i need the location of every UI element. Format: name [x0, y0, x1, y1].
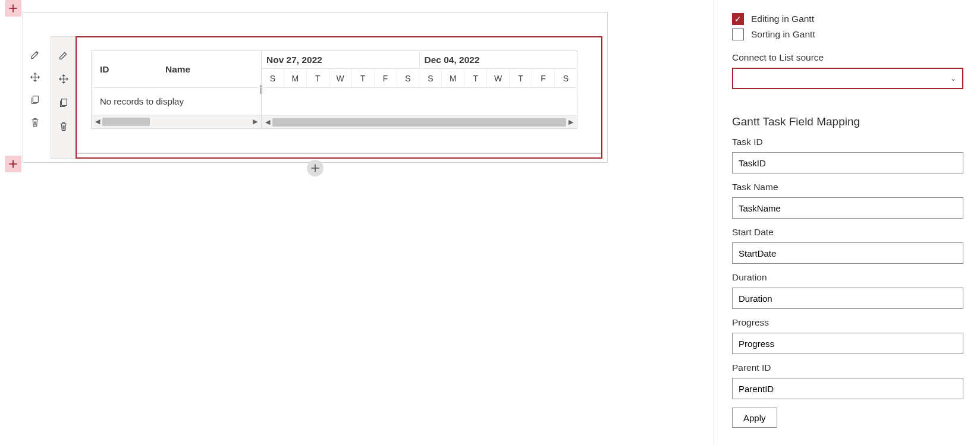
- add-webpart-top-button[interactable]: [5, 0, 21, 17]
- week-header: Dec 04, 2022: [420, 51, 577, 68]
- task-id-input[interactable]: [732, 152, 963, 173]
- progress-label: Progress: [732, 317, 963, 328]
- section-toolbar: [28, 48, 42, 129]
- delete-webpart-icon[interactable]: [57, 120, 70, 133]
- apply-button[interactable]: Apply: [732, 408, 777, 428]
- scroll-thumb[interactable]: [272, 118, 566, 127]
- move-section-icon[interactable]: [29, 71, 42, 84]
- progress-input[interactable]: [732, 333, 963, 354]
- duplicate-webpart-icon[interactable]: [57, 96, 70, 109]
- parent-id-label: Parent ID: [732, 362, 963, 373]
- gantt-timeline-pane: Nov 27, 2022 Dec 04, 2022 S M T W T F S: [262, 51, 577, 128]
- scroll-right-icon[interactable]: ▶: [568, 118, 573, 126]
- connect-source-dropdown[interactable]: ⌄: [732, 68, 963, 89]
- day-cell: W: [487, 69, 510, 87]
- day-cell: T: [510, 69, 532, 87]
- scroll-left-icon[interactable]: ◀: [95, 118, 100, 125]
- webpart-toolbar: [51, 36, 76, 159]
- task-name-label: Task Name: [732, 182, 963, 192]
- day-cell: F: [532, 69, 555, 87]
- svg-rect-1: [61, 99, 67, 106]
- day-cell: S: [262, 69, 284, 87]
- scroll-thumb[interactable]: [102, 118, 150, 126]
- gantt-timeline-days: S M T W T F S S M T W T: [262, 69, 577, 88]
- day-cell: F: [375, 69, 397, 87]
- scroll-right-icon[interactable]: ▶: [253, 118, 257, 125]
- day-cell: W: [329, 69, 352, 87]
- property-pane: Editing in Gantt Sorting in Gantt Connec…: [714, 0, 980, 445]
- start-date-label: Start Date: [732, 227, 963, 238]
- sorting-in-gantt-checkbox[interactable]: [732, 29, 744, 40]
- edit-section-icon[interactable]: [29, 48, 42, 61]
- scroll-left-icon[interactable]: ◀: [265, 118, 270, 126]
- delete-section-icon[interactable]: [29, 116, 42, 129]
- gantt-grid-pane: ID Name No records to display ◀ ▶: [92, 51, 262, 128]
- section-divider-line: [77, 153, 601, 154]
- day-cell: S: [419, 69, 442, 87]
- sorting-in-gantt-label: Sorting in Gantt: [751, 29, 815, 40]
- sorting-in-gantt-checkbox-row: Sorting in Gantt: [732, 29, 963, 40]
- move-webpart-icon[interactable]: [57, 72, 70, 86]
- add-section-button[interactable]: [307, 160, 323, 176]
- gantt-grid-header: ID Name: [92, 51, 261, 88]
- day-cell: T: [307, 69, 329, 87]
- gantt-timeline-body: [262, 88, 577, 115]
- webpart-wrapper: || ID Name No records to display ◀: [51, 36, 602, 159]
- day-cell: M: [284, 69, 307, 87]
- add-webpart-bottom-button[interactable]: [5, 156, 21, 172]
- start-date-input[interactable]: [732, 242, 963, 264]
- day-cell: M: [442, 69, 464, 87]
- day-cell: S: [555, 69, 577, 87]
- svg-rect-0: [33, 96, 38, 103]
- gantt-empty-message: No records to display: [92, 88, 261, 115]
- column-header-name[interactable]: Name: [151, 64, 261, 75]
- task-id-label: Task ID: [732, 137, 963, 147]
- day-cell: S: [397, 69, 420, 87]
- edit-webpart-icon[interactable]: [57, 49, 70, 62]
- gantt-timeline-scrollbar[interactable]: ◀ ▶: [262, 115, 577, 128]
- chevron-down-icon: ⌄: [950, 74, 956, 83]
- week-header: Nov 27, 2022: [262, 51, 420, 68]
- duration-input[interactable]: [732, 288, 963, 309]
- editing-in-gantt-label: Editing in Gantt: [751, 14, 814, 24]
- field-mapping-heading: Gantt Task Field Mapping: [732, 115, 963, 128]
- day-cell: T: [352, 69, 375, 87]
- task-name-input[interactable]: [732, 197, 963, 219]
- column-header-id[interactable]: ID: [92, 64, 151, 75]
- gantt-timeline-weeks: Nov 27, 2022 Dec 04, 2022: [262, 51, 577, 69]
- webpart-canvas-frame: || ID Name No records to display ◀: [23, 12, 608, 163]
- editing-in-gantt-checkbox-row: Editing in Gantt: [732, 13, 963, 25]
- gantt-grid-scrollbar[interactable]: ◀ ▶: [92, 115, 261, 128]
- gantt-chart: || ID Name No records to display ◀: [91, 51, 577, 129]
- webpart-selected-body[interactable]: || ID Name No records to display ◀: [76, 36, 602, 159]
- duplicate-section-icon[interactable]: [29, 93, 42, 106]
- parent-id-input[interactable]: [732, 378, 963, 399]
- connect-source-label: Connect to List source: [732, 52, 963, 63]
- editing-in-gantt-checkbox[interactable]: [732, 13, 744, 25]
- duration-label: Duration: [732, 272, 963, 283]
- day-cell: T: [464, 69, 487, 87]
- canvas-area: || ID Name No records to display ◀: [0, 0, 714, 445]
